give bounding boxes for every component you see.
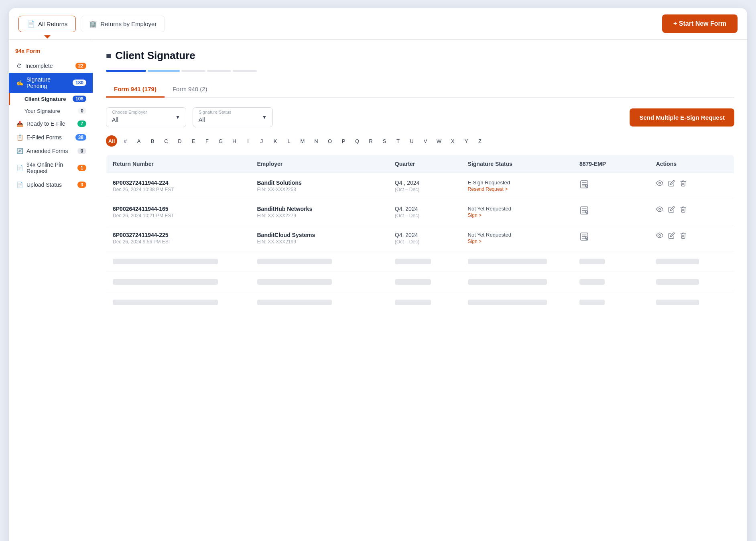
your-signature-label: Your Signature <box>24 108 60 114</box>
signature-status-cell: Not Yet Requested Sign > <box>461 225 573 251</box>
alpha-btn-#[interactable]: # <box>120 135 131 147</box>
sidebar-item-upload-status[interactable]: 📄 Upload Status 3 <box>9 178 93 192</box>
sig-status-action-sign[interactable]: Sign > <box>468 239 567 244</box>
alpha-btn-p[interactable]: P <box>338 135 349 147</box>
alpha-btn-z[interactable]: Z <box>474 135 486 147</box>
delete-icon[interactable] <box>680 206 687 215</box>
return-date: Dec 26, 2024 10:38 PM EST <box>113 187 244 192</box>
col-8879-emp: 8879-EMP <box>573 155 650 173</box>
efiled-icon: 📋 <box>16 134 23 141</box>
incomplete-badge: 22 <box>75 63 86 69</box>
sidebar-item-94x-pin[interactable]: 📄 94x Online Pin Request 1 <box>9 158 93 178</box>
ready-to-efile-badge: 7 <box>77 120 86 127</box>
actions-group <box>656 206 728 215</box>
alpha-btn-v[interactable]: V <box>420 135 431 147</box>
sidebar-item-efiled-forms[interactable]: 📋 E-Filed Forms 38 <box>9 131 93 144</box>
client-signature-badge: 108 <box>73 96 86 102</box>
edit-icon[interactable] <box>668 180 675 189</box>
alpha-btn-e[interactable]: E <box>188 135 199 147</box>
sidebar-item-signature-pending[interactable]: ✍ Signature Pending 180 <box>9 73 93 93</box>
alpha-btn-x[interactable]: X <box>447 135 458 147</box>
upload-status-badge: 3 <box>77 182 86 188</box>
return-number-cell: 6P003272411944-224 Dec 26, 2024 10:38 PM… <box>106 173 251 199</box>
page-title-icon: ■ <box>106 51 111 61</box>
page-title: Client Signature <box>115 49 195 62</box>
alpha-btn-w[interactable]: W <box>433 135 445 147</box>
return-number-cell: 6P003272411944-225 Dec 26, 2024 9:56 PM … <box>106 225 251 251</box>
svg-point-2 <box>658 182 660 184</box>
alphabet-filter: All#ABCDEFGHIJKLMNOPQRSTUVWXYZ <box>106 135 734 147</box>
signature-status-cell: E-Sign Requested Resend Request > <box>461 173 573 199</box>
edit-icon[interactable] <box>668 206 675 215</box>
alpha-btn-u[interactable]: U <box>406 135 417 147</box>
tab-form-941[interactable]: Form 941 (179) <box>106 82 165 98</box>
upload-status-label: Upload Status <box>26 182 62 188</box>
alpha-btn-r[interactable]: R <box>365 135 376 147</box>
pin-icon: 📄 <box>16 165 23 171</box>
actions-group <box>656 232 728 241</box>
table-row: 6P003272411944-225 Dec 26, 2024 9:56 PM … <box>106 225 734 251</box>
signature-status-filter[interactable]: Signature Status All ▼ <box>193 107 273 127</box>
sig-status-action-sign[interactable]: Sign > <box>468 212 567 218</box>
alpha-btn-l[interactable]: L <box>283 135 295 147</box>
view-icon[interactable] <box>656 232 663 241</box>
sidebar-sub-your-signature[interactable]: Your Signature 0 <box>9 105 93 117</box>
8879-emp-icon[interactable] <box>579 234 589 243</box>
8879-emp-cell <box>573 173 650 199</box>
page-title-container: ■ Client Signature <box>106 49 734 62</box>
signature-pending-badge: 180 <box>73 80 86 86</box>
alpha-btn-q[interactable]: Q <box>352 135 363 147</box>
8879-emp-icon[interactable] <box>579 182 589 191</box>
sig-status-action-resend[interactable]: Resend Request > <box>468 186 567 192</box>
tab-form-940[interactable]: Form 940 (2) <box>165 82 215 98</box>
start-new-form-button[interactable]: + Start New Form <box>662 14 738 33</box>
svg-point-5 <box>658 208 660 210</box>
employer-cell: BanditCloud Systems EIN: XX-XXX2199 <box>251 225 388 251</box>
actions-group <box>656 180 728 189</box>
alpha-btn-n[interactable]: N <box>311 135 322 147</box>
alpha-btn-s[interactable]: S <box>379 135 390 147</box>
employer-dropdown-icon: ▼ <box>175 114 180 120</box>
incomplete-icon: ⏱ <box>16 63 22 69</box>
tab-all-returns[interactable]: 📄 All Returns <box>18 16 76 32</box>
edit-icon[interactable] <box>668 232 675 241</box>
alpha-btn-k[interactable]: K <box>270 135 281 147</box>
form-941-label: Form 941 (179) <box>114 86 156 92</box>
sig-status-label: Not Yet Requested <box>468 232 567 238</box>
col-signature-status: Signature Status <box>461 155 573 173</box>
alpha-btn-all[interactable]: All <box>106 135 117 147</box>
alpha-btn-i[interactable]: I <box>242 135 254 147</box>
view-icon[interactable] <box>656 206 663 215</box>
sidebar-sub-client-signature[interactable]: Client Signature 108 <box>9 93 93 105</box>
return-number: 6P003272411944-224 <box>113 180 244 186</box>
quarter-text: Q4, 2024 <box>395 206 455 212</box>
alpha-btn-f[interactable]: F <box>201 135 213 147</box>
employer-filter[interactable]: Choose Employer All ▼ <box>106 107 186 127</box>
alpha-btn-o[interactable]: O <box>324 135 335 147</box>
alpha-btn-c[interactable]: C <box>161 135 172 147</box>
send-multiple-esign-button[interactable]: Send Multiple E-Sign Request <box>630 108 734 127</box>
alpha-btn-d[interactable]: D <box>174 135 185 147</box>
alpha-btn-y[interactable]: Y <box>461 135 472 147</box>
alpha-btn-m[interactable]: M <box>297 135 308 147</box>
delete-icon[interactable] <box>680 232 687 241</box>
ready-to-efile-label: Ready to E-File <box>26 120 65 127</box>
alpha-btn-b[interactable]: B <box>147 135 158 147</box>
efile-icon: 📤 <box>16 120 23 127</box>
alpha-btn-h[interactable]: H <box>229 135 240 147</box>
tab-returns-by-employer[interactable]: 🏢 Returns by Employer <box>81 16 165 32</box>
returns-table: Return Number Employer Quarter Signature… <box>106 155 734 313</box>
8879-emp-icon[interactable] <box>579 208 589 217</box>
view-icon[interactable] <box>656 180 663 189</box>
sidebar-title: 94x Form <box>9 48 93 59</box>
delete-icon[interactable] <box>680 180 687 189</box>
sidebar-item-amended-forms[interactable]: 🔄 Amended Forms 0 <box>9 144 93 158</box>
sidebar-item-incomplete[interactable]: ⏱ Incomplete 22 <box>9 59 93 73</box>
sidebar-item-ready-to-efile[interactable]: 📤 Ready to E-File 7 <box>9 117 93 131</box>
alpha-btn-t[interactable]: T <box>392 135 404 147</box>
alpha-btn-g[interactable]: G <box>215 135 226 147</box>
alpha-btn-j[interactable]: J <box>256 135 267 147</box>
return-number: 6P002642411944-165 <box>113 206 244 212</box>
alpha-btn-a[interactable]: A <box>133 135 144 147</box>
actions-cell <box>650 173 734 199</box>
